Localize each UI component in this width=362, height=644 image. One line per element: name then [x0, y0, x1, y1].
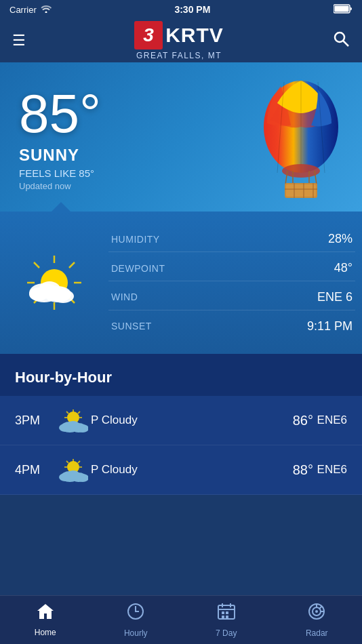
temperature-value: 85 [19, 83, 79, 144]
hourly-title: Hour-by-Hour [15, 369, 347, 386]
svg-point-8 [282, 164, 320, 178]
svg-point-66 [315, 610, 318, 613]
svg-line-35 [78, 411, 80, 414]
svg-line-37 [66, 411, 68, 414]
svg-rect-63 [226, 616, 228, 618]
nav-item-hourly[interactable]: Hourly [91, 602, 182, 638]
detail-row-sunset: SUNSET 9:11 PM [108, 314, 355, 339]
panel-notch [52, 202, 71, 212]
updated-time: Updated now [19, 181, 94, 191]
hourly-clock-icon [126, 602, 145, 626]
logo-number: 3 [134, 21, 163, 49]
svg-point-2 [335, 33, 344, 42]
battery-icon [334, 4, 353, 16]
hourly-time-4pm: 4PM [15, 463, 56, 477]
partly-cloudy-icon-3pm [56, 408, 91, 432]
carrier-label: Carrier [9, 5, 37, 15]
hourly-condition-3pm: P Cloudy [91, 414, 266, 427]
svg-rect-1 [335, 5, 349, 12]
search-icon [332, 33, 350, 51]
detail-row-wind: WIND ENE 6 [108, 285, 355, 310]
hourly-section: Hour-by-Hour [0, 354, 362, 396]
hourly-time-3pm: 3PM [15, 414, 56, 428]
weather-condition: SUNNY [19, 146, 94, 165]
wind-label: WIND [111, 291, 138, 302]
details-table: HUMIDITY 28% DEWPOINT 48° WIND ENE 6 SUN… [108, 212, 362, 354]
svg-line-3 [343, 41, 348, 47]
status-bar-time: 3:30 PM [174, 4, 210, 15]
detail-row-dewpoint: DEWPOINT 48° [108, 256, 355, 281]
humidity-value: 28% [328, 232, 353, 246]
temperature-display: 85° [19, 87, 343, 141]
hourly-row-4pm[interactable]: 4PM P Cloudy 88° ENE6 [0, 445, 362, 495]
nav-item-radar[interactable]: Radar [272, 602, 363, 638]
home-icon [36, 603, 55, 625]
status-bar-right [334, 4, 353, 16]
svg-line-48 [66, 461, 68, 463]
menu-button[interactable]: ☰ [12, 33, 26, 48]
search-button[interactable] [332, 30, 350, 52]
hamburger-icon: ☰ [12, 32, 26, 49]
degree-symbol: ° [79, 83, 101, 144]
sun-icon [24, 252, 85, 313]
hero-content: 85° [0, 62, 362, 155]
sunset-value: 9:11 PM [307, 319, 353, 334]
nav-item-home[interactable]: Home [0, 603, 91, 637]
dewpoint-value: 48° [334, 261, 353, 275]
dewpoint-label: DEWPOINT [111, 263, 165, 274]
location-label: GREAT FALLS, MT [136, 51, 222, 60]
wifi-icon [41, 5, 52, 15]
humidity-label: HUMIDITY [111, 234, 160, 245]
status-bar-left: Carrier [9, 5, 52, 15]
wind-value: ENE 6 [317, 290, 353, 304]
app-header: ☰ 3 KRTV GREAT FALLS, MT [0, 19, 362, 62]
app-logo: 3 KRTV [134, 21, 224, 49]
hourly-row-3pm[interactable]: 3PM P Cloudy 86° ENE6 [0, 396, 362, 445]
svg-rect-61 [226, 611, 228, 614]
svg-point-31 [29, 287, 48, 301]
bottom-nav: Home Hourly 7 Day [0, 595, 362, 644]
partly-cloudy-icon-4pm [56, 458, 91, 482]
svg-rect-60 [222, 611, 224, 614]
feels-like: FEELS LIKE 85° [19, 167, 94, 179]
hourly-temp-3pm: 86° [266, 413, 313, 428]
nav-7day-label: 7 Day [216, 628, 237, 638]
svg-line-25 [69, 262, 75, 268]
hourly-condition-4pm: P Cloudy [91, 463, 266, 477]
nav-home-label: Home [35, 628, 56, 637]
sunset-label: SUNSET [111, 321, 152, 331]
logo-name: KRTV [165, 24, 224, 47]
hourly-wind-4pm: ENE6 [313, 463, 347, 477]
weather-hero: 85° SUNNY FEELS LIKE 85° Updated now [0, 62, 362, 212]
svg-line-69 [319, 606, 322, 609]
svg-rect-62 [222, 616, 224, 618]
svg-line-23 [34, 262, 39, 268]
nav-radar-label: Radar [306, 628, 328, 638]
svg-point-53 [59, 473, 71, 481]
detail-row-humidity: HUMIDITY 28% [108, 226, 355, 252]
hourly-temp-4pm: 88° [266, 462, 313, 478]
nav-hourly-label: Hourly [124, 628, 148, 638]
svg-point-32 [52, 289, 74, 303]
sun-icon-container [0, 212, 108, 354]
header-center: 3 KRTV GREAT FALLS, MT [134, 21, 224, 60]
svg-point-42 [59, 424, 71, 432]
status-bar: Carrier 3:30 PM [0, 0, 362, 19]
details-panel: HUMIDITY 28% DEWPOINT 48° WIND ENE 6 SUN… [0, 212, 362, 354]
calendar-icon [217, 602, 236, 626]
weather-info: SUNNY FEELS LIKE 85° Updated now [19, 146, 94, 191]
nav-item-7day[interactable]: 7 Day [181, 602, 272, 638]
svg-line-46 [78, 461, 80, 463]
hourly-wind-3pm: ENE6 [313, 414, 347, 427]
svg-rect-14 [286, 184, 316, 197]
radar-icon [307, 602, 326, 626]
